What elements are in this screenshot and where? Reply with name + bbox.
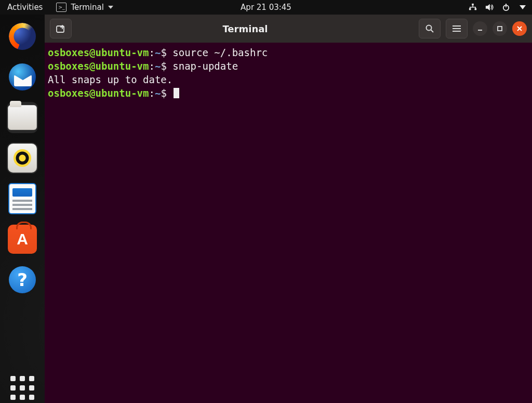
- window-maximize-button[interactable]: [493, 21, 507, 36]
- prompt-sym: $: [161, 47, 166, 58]
- prompt-sep: :: [149, 47, 154, 58]
- app-menu-label: Terminal: [71, 3, 103, 12]
- terminal-line: osboxes@ubuntu-vm:~$: [48, 86, 529, 100]
- volume-icon[interactable]: [485, 3, 494, 11]
- prompt-sym: $: [161, 60, 166, 72]
- terminal-line: osboxes@ubuntu-vm:~$ source ~/.bashrc: [48, 46, 529, 59]
- terminal-cmd: source ~/.bashrc: [172, 47, 268, 58]
- panel-left: Activities Terminal: [0, 0, 119, 15]
- ubuntu-software-icon: A: [8, 225, 37, 254]
- chevron-down-icon: [108, 6, 113, 9]
- thunderbird-icon: [9, 63, 36, 90]
- window-close-button[interactable]: [512, 21, 527, 36]
- svg-rect-20: [498, 27, 502, 31]
- writer-icon: [8, 183, 36, 214]
- dock-firefox[interactable]: [7, 21, 38, 52]
- show-applications-button[interactable]: [10, 376, 34, 400]
- top-panel: Activities Terminal Apr 21 03:45: [0, 0, 532, 15]
- window-minimize-button[interactable]: [473, 21, 487, 36]
- svg-marker-10: [520, 5, 526, 9]
- window-titlebar: Terminal: [45, 15, 532, 43]
- svg-rect-4: [470, 7, 476, 7]
- prompt-userhost: osboxes@ubuntu-vm: [48, 87, 149, 99]
- prompt-path: ~: [155, 47, 161, 58]
- terminal-line: osboxes@ubuntu-vm:~$ snap-update: [48, 59, 529, 73]
- firefox-icon: [9, 23, 36, 50]
- prompt-userhost: osboxes@ubuntu-vm: [48, 47, 149, 58]
- svg-line-15: [431, 30, 434, 33]
- terminal-output: All snaps up to date.: [48, 74, 172, 85]
- window-title: Terminal: [77, 23, 414, 34]
- titlebar-right: [419, 19, 527, 38]
- svg-marker-7: [486, 4, 490, 10]
- terminal-body[interactable]: osboxes@ubuntu-vm:~$ source ~/.bashrc os…: [45, 43, 532, 403]
- dock-help[interactable]: ?: [7, 264, 38, 295]
- hamburger-menu-button[interactable]: [446, 19, 468, 38]
- help-icon: ?: [9, 266, 36, 293]
- prompt-path: ~: [155, 87, 161, 99]
- speaker-icon: [8, 144, 37, 173]
- terminal-cursor: [174, 88, 179, 98]
- app-menu[interactable]: Terminal: [50, 0, 119, 15]
- files-icon: [8, 105, 37, 130]
- dock-thunderbird[interactable]: [7, 61, 38, 93]
- system-menu-chevron-icon[interactable]: [518, 3, 527, 11]
- prompt-userhost: osboxes@ubuntu-vm: [48, 60, 149, 72]
- terminal-window: Terminal osboxes@ubuntu-vm:~$ source ~/.…: [45, 15, 532, 403]
- activities-label: Activities: [7, 3, 43, 12]
- prompt-path: ~: [155, 60, 161, 72]
- new-tab-button[interactable]: [50, 19, 72, 38]
- svg-rect-6: [475, 7, 476, 9]
- dock-rhythmbox[interactable]: [7, 142, 38, 174]
- dock-ubuntu-software[interactable]: A: [7, 224, 38, 255]
- activities-button[interactable]: Activities: [0, 0, 50, 15]
- search-button[interactable]: [419, 19, 441, 38]
- svg-rect-0: [472, 4, 474, 6]
- prompt-sym: $: [161, 87, 166, 99]
- network-icon[interactable]: [469, 3, 477, 11]
- dock-bottom: [0, 376, 45, 400]
- svg-point-14: [427, 25, 432, 31]
- prompt-sep: :: [149, 60, 154, 72]
- prompt-sep: :: [149, 87, 154, 99]
- dock-files[interactable]: [7, 102, 38, 133]
- dock-libreoffice-writer[interactable]: [7, 183, 38, 214]
- dock: A ?: [0, 15, 45, 403]
- terminal-cmd: snap-update: [172, 60, 238, 72]
- panel-right: [469, 0, 527, 15]
- terminal-icon: [56, 3, 66, 12]
- svg-rect-5: [470, 7, 470, 9]
- terminal-line: All snaps up to date.: [48, 73, 529, 86]
- power-icon[interactable]: [502, 3, 510, 11]
- clock-label[interactable]: Apr 21 03:45: [241, 3, 291, 12]
